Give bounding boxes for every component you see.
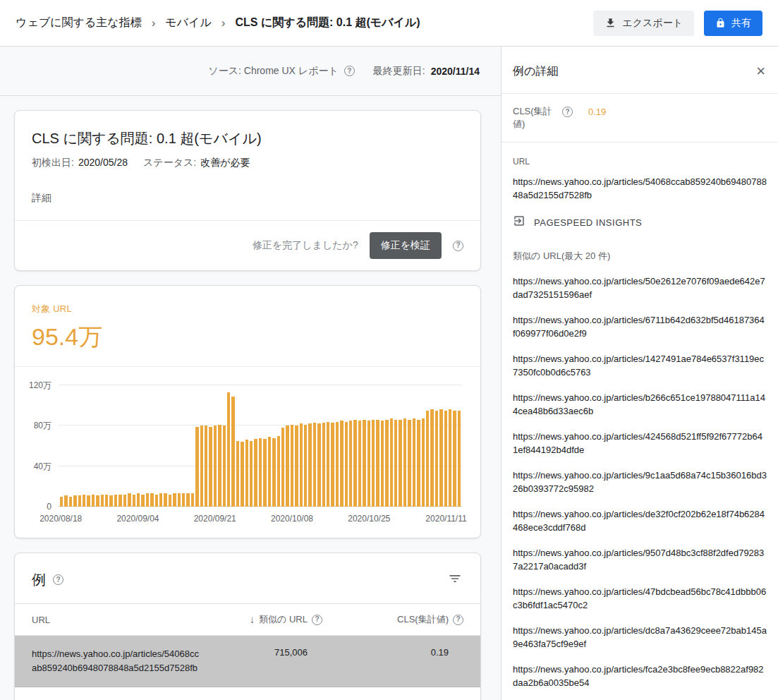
- chart-bar[interactable]: [281, 428, 284, 507]
- table-row[interactable]: https://news.yahoo.co.jp/articles/0d157,…: [15, 687, 480, 700]
- chart-bar[interactable]: [308, 423, 311, 507]
- chart-bar[interactable]: [78, 495, 81, 507]
- chart-bar[interactable]: [73, 495, 76, 507]
- chart-bar[interactable]: [133, 495, 135, 507]
- chart-bar[interactable]: [60, 497, 63, 507]
- chart-bar[interactable]: [403, 418, 406, 507]
- chart-bar[interactable]: [385, 420, 388, 507]
- chart-bar[interactable]: [231, 397, 234, 507]
- chart-bar[interactable]: [146, 493, 149, 507]
- chart-bar[interactable]: [250, 441, 253, 507]
- chart-bar[interactable]: [87, 495, 90, 507]
- chart-bar[interactable]: [118, 495, 121, 507]
- chart-bar[interactable]: [430, 409, 433, 507]
- chart-bar[interactable]: [159, 493, 162, 507]
- filter-icon[interactable]: [446, 570, 463, 589]
- chart-bar[interactable]: [322, 423, 325, 507]
- chart-bar[interactable]: [336, 422, 339, 507]
- chart-bar[interactable]: [114, 495, 117, 507]
- chart-bar[interactable]: [227, 392, 230, 507]
- chart-bar[interactable]: [295, 426, 298, 507]
- chart-bar[interactable]: [209, 427, 212, 507]
- chart-bar[interactable]: [345, 422, 348, 507]
- chart-bar[interactable]: [245, 440, 248, 507]
- chart-bar[interactable]: [358, 421, 361, 507]
- chart-bar[interactable]: [381, 421, 384, 507]
- pagespeed-insights-link[interactable]: PAGESPEED INSIGHTS: [513, 215, 767, 230]
- chart-bar[interactable]: [101, 495, 104, 507]
- chart-bar[interactable]: [317, 423, 320, 507]
- chart-bar[interactable]: [449, 409, 451, 507]
- chart-bar[interactable]: [205, 426, 207, 507]
- help-icon[interactable]: ?: [344, 66, 355, 76]
- chart-bar[interactable]: [349, 421, 352, 507]
- chart-bar[interactable]: [263, 439, 266, 507]
- chart-bar[interactable]: [64, 495, 67, 507]
- chart-bar[interactable]: [277, 436, 280, 507]
- chart-bar[interactable]: [182, 493, 185, 507]
- chart-bar[interactable]: [399, 420, 401, 507]
- chart-bar[interactable]: [173, 493, 176, 507]
- cls-column-header[interactable]: CLS(集計値) ?: [322, 613, 463, 626]
- chart-bar[interactable]: [186, 493, 189, 507]
- chart-bar[interactable]: [367, 421, 370, 507]
- chart-bar[interactable]: [458, 411, 461, 507]
- chart-bar[interactable]: [300, 423, 303, 507]
- chart-bar[interactable]: [304, 425, 307, 507]
- chart-bar[interactable]: [426, 411, 429, 507]
- chart-bar[interactable]: [83, 495, 85, 507]
- chart-bar[interactable]: [268, 437, 271, 507]
- chart-bar[interactable]: [236, 441, 239, 507]
- help-icon[interactable]: ?: [453, 615, 463, 625]
- chart-bar[interactable]: [327, 422, 329, 507]
- chart-bar[interactable]: [218, 425, 221, 507]
- help-icon[interactable]: ?: [562, 107, 573, 117]
- chart-bar[interactable]: [178, 493, 181, 507]
- chart-bar[interactable]: [96, 495, 99, 507]
- chart-bar[interactable]: [241, 442, 243, 507]
- breadcrumb-core-web-vitals[interactable]: ウェブに関する主な指標: [16, 16, 142, 30]
- chart-bar[interactable]: [331, 423, 334, 507]
- validate-fix-button[interactable]: 修正を検証: [370, 232, 442, 259]
- chart-bar[interactable]: [155, 495, 158, 507]
- help-icon[interactable]: ?: [53, 574, 63, 585]
- chart-bar[interactable]: [191, 493, 194, 507]
- chart-bar[interactable]: [286, 426, 288, 507]
- chart-bar[interactable]: [408, 420, 411, 507]
- chart-bar[interactable]: [353, 420, 356, 507]
- chart-bar[interactable]: [417, 420, 420, 507]
- chart-bar[interactable]: [422, 418, 425, 507]
- chart-bar[interactable]: [363, 420, 365, 507]
- chart-bar[interactable]: [92, 495, 95, 507]
- chart-bar[interactable]: [313, 423, 316, 507]
- breadcrumb-mobile[interactable]: モバイル: [165, 16, 212, 30]
- chart-bar[interactable]: [394, 420, 397, 507]
- close-panel-button[interactable]: ×: [756, 64, 765, 79]
- chart-bar[interactable]: [435, 411, 438, 507]
- chart-bar[interactable]: [439, 409, 442, 507]
- chart-bar[interactable]: [214, 426, 217, 507]
- chart-bar[interactable]: [137, 493, 140, 507]
- chart-bar[interactable]: [150, 493, 153, 507]
- export-button[interactable]: エクスポート: [593, 11, 694, 36]
- chart-bar[interactable]: [376, 420, 379, 507]
- chart-bar[interactable]: [413, 418, 415, 507]
- chart-bar[interactable]: [164, 493, 166, 507]
- chart-bar[interactable]: [109, 495, 112, 507]
- chart-bar[interactable]: [141, 495, 144, 507]
- table-row[interactable]: https://news.yahoo.co.jp/articles/54068c…: [15, 636, 480, 687]
- chart-bar[interactable]: [169, 495, 171, 507]
- chart-bar[interactable]: [340, 421, 343, 507]
- details-link[interactable]: 詳細: [32, 192, 51, 205]
- help-icon[interactable]: ?: [312, 615, 322, 625]
- chart-bar[interactable]: [105, 495, 108, 507]
- similar-url-column-header[interactable]: ↓ 類似の URL ?: [217, 613, 322, 626]
- chart-bar[interactable]: [128, 493, 130, 507]
- chart-bar[interactable]: [69, 497, 72, 507]
- share-button[interactable]: 共有: [704, 11, 762, 36]
- chart-bar[interactable]: [372, 420, 375, 507]
- chart-bar[interactable]: [195, 427, 198, 507]
- chart-bar[interactable]: [444, 411, 447, 507]
- chart-bar[interactable]: [223, 426, 226, 507]
- chart-bar[interactable]: [390, 418, 393, 507]
